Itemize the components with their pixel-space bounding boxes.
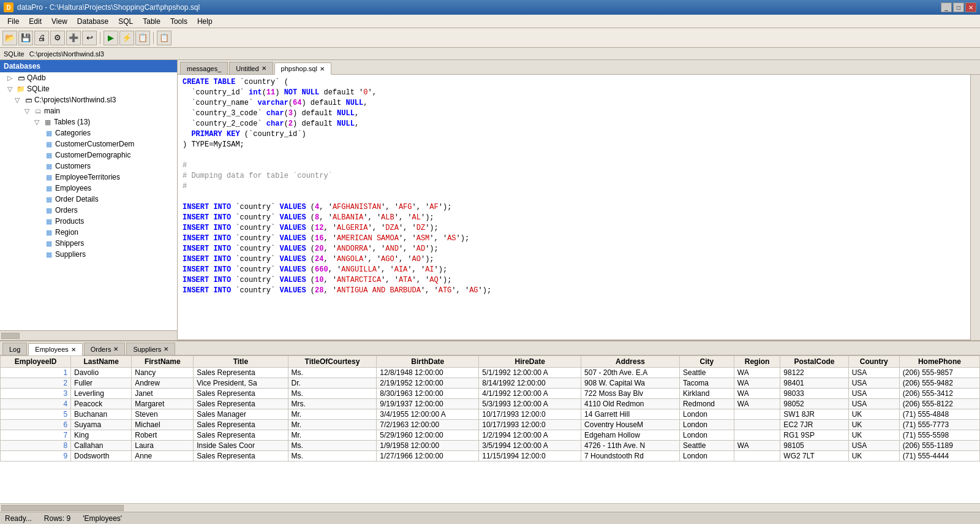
menu-database[interactable]: Database bbox=[72, 16, 113, 27]
tab-close-icon[interactable]: ✕ bbox=[320, 66, 325, 72]
data-table-container[interactable]: EmployeeID LastName FirstName Title Titl… bbox=[0, 355, 980, 503]
menu-help[interactable]: Help bbox=[192, 16, 217, 27]
col-header-address: Address bbox=[581, 356, 680, 368]
table-icon: ▦ bbox=[44, 150, 54, 160]
table-cell: 1/27/1966 12:00:00 bbox=[377, 451, 479, 461]
tree-item-suppliers[interactable]: ▦ Suppliers bbox=[0, 249, 177, 260]
table-cell: 908 W. Capital Wa bbox=[581, 378, 680, 389]
tab-messages[interactable]: messages_ bbox=[180, 62, 228, 74]
left-panel: Databases ▷ 🗃 QAdb ▽ 📁 SQLite ▽ 🗃 C:\ bbox=[0, 60, 178, 340]
status-ready: Ready... bbox=[5, 514, 32, 523]
menu-sql[interactable]: SQL bbox=[113, 16, 138, 27]
menu-edit[interactable]: Edit bbox=[24, 16, 47, 27]
table-cell: 7 bbox=[1, 430, 71, 441]
save-button[interactable]: 💾 bbox=[18, 31, 33, 45]
settings-button[interactable]: ⚙ bbox=[50, 31, 65, 45]
table-row[interactable]: 2FullerAndrewVice President, SaDr.2/19/1… bbox=[1, 378, 980, 389]
table-cell: (71) 555-4444 bbox=[899, 451, 979, 461]
tab-phpshop[interactable]: phpshop.sql ✕ bbox=[274, 63, 331, 75]
copy-button[interactable]: 📋 bbox=[135, 31, 150, 45]
table-cell: USA bbox=[848, 378, 899, 389]
table-cell: Sales Representa bbox=[194, 451, 288, 461]
table-cell: Tacoma bbox=[679, 378, 734, 389]
table-row[interactable]: 3LeverlingJanetSales RepresentaMs.8/30/1… bbox=[1, 389, 980, 399]
editor-vertical-scrollbar[interactable] bbox=[970, 75, 980, 340]
table-cell: 5 bbox=[1, 409, 71, 420]
menu-file[interactable]: File bbox=[2, 16, 24, 27]
tab-close-icon[interactable]: ✕ bbox=[164, 346, 168, 352]
maximize-button[interactable]: □ bbox=[953, 2, 964, 12]
window-controls[interactable]: _ □ ✕ bbox=[941, 2, 976, 12]
table-cell: WA bbox=[734, 378, 780, 389]
menu-tools[interactable]: Tools bbox=[165, 16, 192, 27]
tab-untitled[interactable]: Untitled ✕ bbox=[229, 62, 273, 74]
table-row[interactable]: 6SuyamaMichaelSales RepresentaMr.7/2/196… bbox=[1, 420, 980, 430]
table-row[interactable]: 5BuchananStevenSales ManagerMr.3/4/1955 … bbox=[1, 409, 980, 420]
result-tab-employees[interactable]: Employees ✕ bbox=[28, 343, 82, 355]
run-button[interactable]: ▶ bbox=[104, 31, 118, 45]
tree-item-qadb[interactable]: ▷ 🗃 QAdb bbox=[0, 72, 177, 83]
minimize-button[interactable]: _ bbox=[941, 2, 952, 12]
table-cell: 2/19/1952 12:00:00 bbox=[377, 378, 479, 389]
tree-label: Region bbox=[55, 228, 78, 237]
tree-item-orderdetails[interactable]: ▦ Order Details bbox=[0, 194, 177, 205]
table-row[interactable]: 4PeacockMargaretSales RepresentaMrs.9/19… bbox=[1, 399, 980, 409]
table-row[interactable]: 8CallahanLauraInside Sales CoorMs.1/9/19… bbox=[1, 441, 980, 451]
table-cell: 8/14/1992 12:00:00 bbox=[479, 378, 581, 389]
execute-button[interactable]: ⚡ bbox=[119, 31, 134, 45]
tree-item-employeeterritories[interactable]: ▦ EmployeeTerritories bbox=[0, 172, 177, 183]
tree-item-customers[interactable]: ▦ Customers bbox=[0, 161, 177, 172]
tree-item-categories[interactable]: ▦ Categories bbox=[0, 127, 177, 139]
tree-item-customerdemographic[interactable]: ▦ CustomerDemographic bbox=[0, 150, 177, 161]
tree-item-northwind[interactable]: ▽ 🗃 C:\projects\Northwind.sl3 bbox=[0, 94, 177, 105]
result-tab-log[interactable]: Log bbox=[2, 343, 27, 355]
undo-button[interactable]: ↩ bbox=[82, 31, 97, 45]
tree-item-region[interactable]: ▦ Region bbox=[0, 227, 177, 238]
tree-label: Employees bbox=[55, 184, 91, 192]
table-icon: ▦ bbox=[44, 128, 54, 138]
tree-item-main[interactable]: ▽ 🗂 main bbox=[0, 105, 177, 116]
table-row[interactable]: 7KingRobertSales RepresentaMr.5/29/1960 … bbox=[1, 430, 980, 441]
table-cell: 6 bbox=[1, 420, 71, 430]
table-cell: Seattle bbox=[679, 368, 734, 378]
tree-item-tables[interactable]: ▽ ▦ Tables (13) bbox=[0, 116, 177, 127]
table-cell: 5/3/1993 12:00:00 A bbox=[479, 399, 581, 409]
table-horizontal-scrollbar[interactable] bbox=[0, 503, 980, 512]
table-body: 1DavolioNancySales RepresentaMs.12/8/194… bbox=[1, 368, 980, 461]
title-bar: D dataPro - C:\Haltura\Projects\Shopping… bbox=[0, 0, 980, 15]
table-cell bbox=[734, 420, 780, 430]
open-button[interactable]: 📂 bbox=[2, 31, 17, 45]
tab-close-icon[interactable]: ✕ bbox=[113, 346, 118, 352]
sqlite-bar: SQLite C:\projects\Northwind.sl3 bbox=[0, 48, 980, 60]
menu-table[interactable]: Table bbox=[138, 16, 165, 27]
tree-item-orders[interactable]: ▦ Orders bbox=[0, 205, 177, 216]
table-row[interactable]: 1DavolioNancySales RepresentaMs.12/8/194… bbox=[1, 368, 980, 378]
table-cell: UK bbox=[848, 409, 899, 420]
table-cell: Mrs. bbox=[288, 399, 377, 409]
tree-horizontal-scrollbar[interactable] bbox=[0, 330, 177, 340]
add-button[interactable]: ➕ bbox=[66, 31, 81, 45]
expand-icon: ▽ bbox=[22, 106, 32, 116]
paste-button[interactable]: 📋 bbox=[157, 31, 172, 45]
print-button[interactable]: 🖨 bbox=[34, 31, 49, 45]
menu-view[interactable]: View bbox=[47, 16, 72, 27]
tree-item-products[interactable]: ▦ Products bbox=[0, 216, 177, 227]
table-cell: 1/2/1994 12:00:00 A bbox=[479, 430, 581, 441]
table-cell: London bbox=[679, 430, 734, 441]
table-row[interactable]: 9DodsworthAnneSales RepresentaMs.1/27/19… bbox=[1, 451, 980, 461]
tree-item-sqlite[interactable]: ▽ 📁 SQLite bbox=[0, 83, 177, 94]
tab-close-icon[interactable]: ✕ bbox=[71, 346, 76, 353]
tree-item-employees[interactable]: ▦ Employees bbox=[0, 183, 177, 194]
result-tab-suppliers[interactable]: Suppliers ✕ bbox=[126, 343, 175, 355]
tree-item-shippers[interactable]: ▦ Shippers bbox=[0, 238, 177, 249]
close-button[interactable]: ✕ bbox=[965, 2, 976, 12]
table-cell: 9 bbox=[1, 451, 71, 461]
tree-item-customercustomerdem[interactable]: ▦ CustomerCustomerDem bbox=[0, 139, 177, 150]
table-cell: Fuller bbox=[71, 378, 132, 389]
tab-close-icon[interactable]: ✕ bbox=[262, 65, 266, 72]
sqlite-label: SQLite bbox=[4, 50, 24, 58]
result-tab-orders[interactable]: Orders ✕ bbox=[84, 343, 126, 355]
db-icon: 🗃 bbox=[23, 95, 33, 105]
table-cell: London bbox=[679, 451, 734, 461]
sql-editor[interactable]: CREATE TABLE `country` ( `country_id` in… bbox=[178, 75, 970, 340]
